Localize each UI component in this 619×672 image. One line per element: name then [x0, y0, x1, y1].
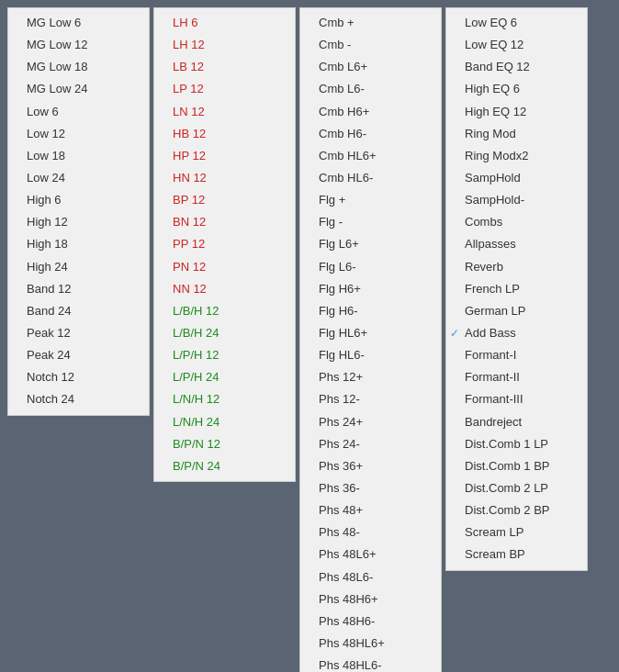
- col1-item-3[interactable]: MG Low 24: [8, 78, 149, 100]
- col2-item-19[interactable]: B/P/N 12: [154, 433, 295, 455]
- col1-item-7[interactable]: Low 24: [8, 167, 149, 189]
- col4-item-1[interactable]: Low EQ 12: [446, 34, 587, 56]
- col4-item-7[interactable]: SampHold: [446, 167, 587, 189]
- col3-item-22[interactable]: Phs 48+: [300, 499, 441, 521]
- col2-item-3[interactable]: LP 12: [154, 78, 295, 100]
- col3-item-8[interactable]: Flg +: [300, 189, 441, 211]
- col1-item-9[interactable]: High 12: [8, 211, 149, 233]
- col3-item-0[interactable]: Cmb +: [300, 12, 441, 34]
- col1-item-16[interactable]: Notch 12: [8, 366, 149, 388]
- col4-item-13[interactable]: German LP: [446, 300, 587, 322]
- col1-item-11[interactable]: High 24: [8, 256, 149, 278]
- col2-item-13[interactable]: L/B/H 12: [154, 300, 295, 322]
- col4-item-24[interactable]: Scream BP: [446, 543, 587, 566]
- col4-item-8[interactable]: SampHold-: [446, 189, 587, 211]
- col3-item-14[interactable]: Flg HL6+: [300, 322, 441, 344]
- col4-item-9[interactable]: Combs: [446, 211, 587, 233]
- column-1-panel: MG Low 6MG Low 12MG Low 18MG Low 24Low 6…: [7, 7, 150, 416]
- col2-item-6[interactable]: HP 12: [154, 145, 295, 167]
- col2-item-9[interactable]: BN 12: [154, 211, 295, 233]
- col2-item-12[interactable]: NN 12: [154, 278, 295, 300]
- col4-item-20[interactable]: Dist.Comb 1 BP: [446, 455, 587, 477]
- col1-item-0[interactable]: MG Low 6: [8, 12, 149, 34]
- col3-item-5[interactable]: Cmb H6-: [300, 123, 441, 145]
- col3-item-3[interactable]: Cmb L6-: [300, 78, 441, 100]
- col3-item-6[interactable]: Cmb HL6+: [300, 145, 441, 167]
- col1-item-17[interactable]: Notch 24: [8, 388, 149, 410]
- col2-item-18[interactable]: L/N/H 24: [154, 411, 295, 433]
- col2-item-10[interactable]: PP 12: [154, 233, 295, 255]
- col4-item-22[interactable]: Dist.Comb 2 BP: [446, 499, 587, 521]
- col4-item-23[interactable]: Scream LP: [446, 521, 587, 543]
- col4-item-14[interactable]: Add Bass: [446, 322, 587, 344]
- col3-item-17[interactable]: Phs 12-: [300, 388, 441, 410]
- col4-item-4[interactable]: High EQ 12: [446, 101, 587, 123]
- col4-item-10[interactable]: Allpasses: [446, 233, 587, 255]
- col1-item-10[interactable]: High 18: [8, 233, 149, 255]
- col4-item-21[interactable]: Dist.Comb 2 LP: [446, 477, 587, 499]
- col2-item-14[interactable]: L/B/H 24: [154, 322, 295, 344]
- col3-item-9[interactable]: Flg -: [300, 211, 441, 233]
- col2-item-5[interactable]: HB 12: [154, 123, 295, 145]
- col3-item-10[interactable]: Flg L6+: [300, 233, 441, 255]
- col3-item-15[interactable]: Flg HL6-: [300, 344, 441, 366]
- col2-item-20[interactable]: B/P/N 24: [154, 455, 295, 477]
- col3-item-21[interactable]: Phs 36-: [300, 477, 441, 499]
- col3-item-18[interactable]: Phs 24+: [300, 411, 441, 433]
- col3-item-25[interactable]: Phs 48L6-: [300, 566, 441, 588]
- col2-item-7[interactable]: HN 12: [154, 167, 295, 189]
- col2-item-15[interactable]: L/P/H 12: [154, 344, 295, 366]
- col1-item-14[interactable]: Peak 12: [8, 322, 149, 344]
- col1-item-12[interactable]: Band 12: [8, 278, 149, 300]
- col3-item-2[interactable]: Cmb L6+: [300, 56, 441, 78]
- col4-item-3[interactable]: High EQ 6: [446, 78, 587, 100]
- col3-item-27[interactable]: Phs 48H6-: [300, 610, 441, 633]
- col2-item-16[interactable]: L/P/H 24: [154, 366, 295, 388]
- col4-item-19[interactable]: Dist.Comb 1 LP: [446, 433, 587, 455]
- col3-item-16[interactable]: Phs 12+: [300, 366, 441, 388]
- col3-item-20[interactable]: Phs 36+: [300, 455, 441, 477]
- col4-item-17[interactable]: Formant-III: [446, 388, 587, 410]
- col4-item-6[interactable]: Ring Modx2: [446, 145, 587, 167]
- col3-item-23[interactable]: Phs 48-: [300, 521, 441, 543]
- col3-item-29[interactable]: Phs 48HL6-: [300, 655, 441, 672]
- col4-item-0[interactable]: Low EQ 6: [446, 12, 587, 34]
- col3-item-11[interactable]: Flg L6-: [300, 256, 441, 278]
- col1-item-15[interactable]: Peak 24: [8, 344, 149, 366]
- col4-item-15[interactable]: Formant-I: [446, 344, 587, 366]
- col4-item-16[interactable]: Formant-II: [446, 366, 587, 388]
- col4-item-18[interactable]: Bandreject: [446, 411, 587, 433]
- col2-item-4[interactable]: LN 12: [154, 101, 295, 123]
- col2-item-8[interactable]: BP 12: [154, 189, 295, 211]
- col3-item-26[interactable]: Phs 48H6+: [300, 588, 441, 610]
- col3-item-13[interactable]: Flg H6-: [300, 300, 441, 322]
- col2-item-2[interactable]: LB 12: [154, 56, 295, 78]
- col1-item-1[interactable]: MG Low 12: [8, 34, 149, 56]
- col1-item-2[interactable]: MG Low 18: [8, 56, 149, 78]
- column-3-panel: Cmb +Cmb -Cmb L6+Cmb L6-Cmb H6+Cmb H6-Cm…: [299, 7, 442, 672]
- col3-item-1[interactable]: Cmb -: [300, 34, 441, 56]
- col3-item-4[interactable]: Cmb H6+: [300, 101, 441, 123]
- col1-item-13[interactable]: Band 24: [8, 300, 149, 322]
- column-4-panel: Low EQ 6Low EQ 12Band EQ 12High EQ 6High…: [445, 7, 588, 571]
- col2-item-1[interactable]: LH 12: [154, 34, 295, 56]
- col4-item-2[interactable]: Band EQ 12: [446, 56, 587, 78]
- col3-item-19[interactable]: Phs 24-: [300, 433, 441, 455]
- col3-item-28[interactable]: Phs 48HL6+: [300, 633, 441, 655]
- col1-item-6[interactable]: Low 18: [8, 145, 149, 167]
- col4-item-11[interactable]: Reverb: [446, 256, 587, 278]
- col3-item-7[interactable]: Cmb HL6-: [300, 167, 441, 189]
- col2-item-11[interactable]: PN 12: [154, 256, 295, 278]
- col1-item-5[interactable]: Low 12: [8, 123, 149, 145]
- col3-item-24[interactable]: Phs 48L6+: [300, 543, 441, 566]
- col4-item-5[interactable]: Ring Mod: [446, 123, 587, 145]
- column-2-panel: LH 6LH 12LB 12LP 12LN 12HB 12HP 12HN 12B…: [153, 7, 296, 482]
- col2-item-17[interactable]: L/N/H 12: [154, 388, 295, 410]
- col2-item-0[interactable]: LH 6: [154, 12, 295, 34]
- col1-item-4[interactable]: Low 6: [8, 101, 149, 123]
- col4-item-12[interactable]: French LP: [446, 278, 587, 300]
- col1-item-8[interactable]: High 6: [8, 189, 149, 211]
- col3-item-12[interactable]: Flg H6+: [300, 278, 441, 300]
